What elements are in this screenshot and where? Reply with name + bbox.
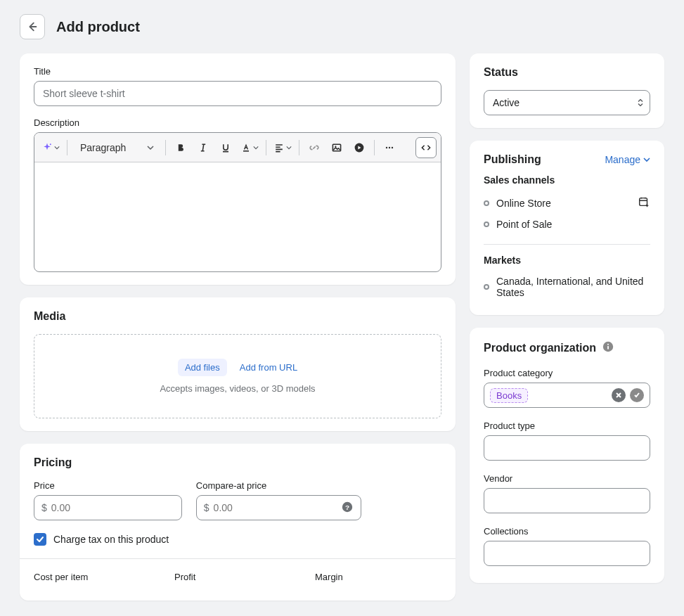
price-label: Price <box>34 480 182 491</box>
underline-button[interactable] <box>215 137 236 158</box>
text-color-button[interactable] <box>238 137 262 158</box>
link-icon <box>309 142 320 153</box>
price-input-wrapper: $ <box>34 495 182 520</box>
collections-input[interactable] <box>484 541 650 566</box>
product-organization-card: Product organization Product category Bo… <box>470 328 664 583</box>
caret-down-icon <box>286 145 292 150</box>
status-card: Status Active <box>470 53 664 128</box>
publishing-card: Publishing Manage Sales channels Online … <box>470 141 664 315</box>
manage-publishing-button[interactable]: Manage <box>605 154 650 165</box>
compare-currency-prefix: $ <box>204 502 209 513</box>
product-type-label: Product type <box>484 421 650 431</box>
channel-label: Online Store <box>496 198 551 209</box>
vendor-label: Vendor <box>484 473 650 484</box>
markets-row: Canada, International, and United States <box>484 271 650 302</box>
channel-row-pos: Point of Sale <box>484 214 650 234</box>
compare-price-input-wrapper: $ ? <box>196 495 361 520</box>
rich-text-editor: Paragraph <box>34 132 441 272</box>
bold-icon <box>175 142 186 153</box>
price-input[interactable] <box>51 502 174 513</box>
margin-label: Margin <box>315 572 441 582</box>
add-files-button[interactable]: Add files <box>178 359 227 376</box>
check-icon <box>633 392 640 399</box>
more-horizontal-icon <box>384 142 395 153</box>
source-code-button[interactable] <box>415 137 437 158</box>
image-icon <box>331 142 342 153</box>
title-description-card: Title Description Paragraph <box>20 53 456 285</box>
svg-rect-1 <box>243 150 249 152</box>
caret-down-icon <box>54 145 60 150</box>
check-icon <box>36 535 44 544</box>
collections-label: Collections <box>484 526 650 537</box>
image-button[interactable] <box>326 137 347 158</box>
bullet-icon <box>484 200 489 206</box>
calendar-plus-icon <box>638 195 650 208</box>
media-hint: Accepts images, videos, or 3D models <box>41 383 434 394</box>
play-circle-icon <box>354 142 365 153</box>
svg-point-7 <box>392 146 393 148</box>
product-organization-title: Product organization <box>484 342 596 354</box>
italic-button[interactable] <box>193 137 214 158</box>
title-input[interactable] <box>34 81 441 106</box>
bullet-icon <box>484 222 489 227</box>
underline-icon <box>220 142 231 153</box>
status-title: Status <box>484 66 650 79</box>
paragraph-style-label: Paragraph <box>80 142 126 153</box>
italic-icon <box>198 142 209 153</box>
video-button[interactable] <box>349 137 370 158</box>
confirm-category-button[interactable] <box>630 388 644 402</box>
product-category-label: Product category <box>484 368 650 378</box>
compare-price-label: Compare-at price <box>196 480 361 491</box>
text-color-icon <box>240 142 252 153</box>
sales-channels-heading: Sales channels <box>484 174 650 186</box>
svg-point-0 <box>50 143 51 145</box>
paragraph-style-select[interactable]: Paragraph <box>72 137 161 158</box>
rte-toolbar: Paragraph <box>34 133 441 162</box>
more-button[interactable] <box>379 137 400 158</box>
channel-label: Point of Sale <box>496 219 552 230</box>
ai-sparkle-button[interactable] <box>39 137 63 158</box>
charge-tax-label: Charge tax on this product <box>53 534 169 545</box>
code-icon <box>420 142 432 153</box>
title-label: Title <box>34 66 441 77</box>
svg-point-5 <box>386 146 387 148</box>
caret-down-icon <box>147 144 154 151</box>
description-label: Description <box>34 117 441 128</box>
cost-per-item-label: Cost per item <box>34 572 160 582</box>
media-dropzone[interactable]: Add files Add from URL Accepts images, v… <box>34 334 441 418</box>
pricing-card: Pricing Price $ Compare-at price $ ? <box>20 444 456 601</box>
description-textarea[interactable] <box>34 162 441 271</box>
svg-text:?: ? <box>345 503 349 511</box>
close-icon <box>615 392 622 399</box>
schedule-publishing-button[interactable] <box>638 195 650 210</box>
bullet-icon <box>484 284 489 290</box>
add-from-url-button[interactable]: Add from URL <box>240 359 297 376</box>
product-category-input[interactable]: Books <box>484 383 650 408</box>
compare-price-help-icon[interactable]: ? <box>341 501 354 515</box>
svg-point-6 <box>389 146 390 148</box>
caret-down-icon <box>643 156 650 163</box>
publishing-title: Publishing <box>484 153 541 166</box>
product-organization-info-icon[interactable] <box>602 340 614 355</box>
pricing-title: Pricing <box>34 456 441 469</box>
page-title: Add product <box>56 19 140 35</box>
bold-button[interactable] <box>170 137 191 158</box>
markets-value: Canada, International, and United States <box>496 276 650 298</box>
profit-label: Profit <box>174 572 301 582</box>
vendor-input[interactable] <box>484 488 650 513</box>
compare-price-input[interactable] <box>214 502 337 513</box>
arrow-left-icon <box>26 20 39 33</box>
status-select[interactable]: Active <box>484 90 650 115</box>
back-button[interactable] <box>20 14 45 39</box>
clear-category-button[interactable] <box>612 388 626 402</box>
sparkle-icon <box>41 142 53 153</box>
svg-point-13 <box>607 344 609 345</box>
charge-tax-checkbox[interactable] <box>34 533 46 546</box>
link-button[interactable] <box>304 137 325 158</box>
product-type-input[interactable] <box>484 435 650 461</box>
category-chip[interactable]: Books <box>490 388 528 403</box>
media-title: Media <box>34 310 441 323</box>
price-currency-prefix: $ <box>41 502 47 513</box>
caret-down-icon <box>253 145 259 150</box>
align-button[interactable] <box>271 137 295 158</box>
